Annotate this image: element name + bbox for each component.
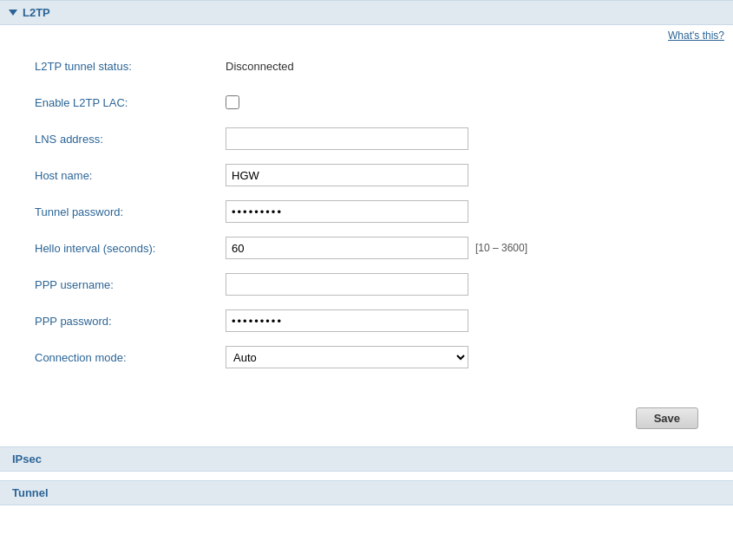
- connection-mode-label: Connection mode:: [35, 351, 226, 364]
- l2tp-section-header[interactable]: L2TP: [0, 0, 733, 25]
- tunnel-status-row: L2TP tunnel status: Disconnected: [35, 54, 698, 78]
- save-button[interactable]: Save: [636, 407, 698, 429]
- ipsec-section-title[interactable]: IPsec: [12, 453, 42, 466]
- tunnel-status-value-container: Disconnected: [226, 60, 698, 73]
- lns-address-value-container: [226, 127, 698, 150]
- ppp-password-row: PPP password:: [35, 309, 698, 333]
- ppp-password-input[interactable]: [226, 309, 468, 332]
- tunnel-password-row: Tunnel password:: [35, 199, 698, 224]
- ppp-username-label: PPP username:: [35, 278, 226, 291]
- l2tp-form-area: L2TP tunnel status: Disconnected Enable …: [0, 45, 733, 399]
- tunnel-password-value-container: [226, 200, 698, 223]
- ppp-username-input[interactable]: [226, 273, 468, 296]
- host-name-value-container: [226, 164, 698, 186]
- ppp-username-value-container: [226, 273, 698, 296]
- whats-this-link[interactable]: What's this?: [668, 29, 724, 42]
- enable-lac-label: Enable L2TP LAC:: [35, 96, 226, 109]
- ipsec-section-header[interactable]: IPsec: [0, 446, 733, 472]
- hello-interval-input[interactable]: [226, 237, 468, 259]
- ppp-password-value-container: [226, 309, 698, 332]
- enable-lac-value-container: [226, 95, 698, 109]
- hello-interval-row: Hello interval (seconds): [10 – 3600]: [35, 236, 698, 260]
- page-wrapper: L2TP What's this? L2TP tunnel status: Di…: [0, 0, 733, 560]
- connection-mode-select[interactable]: Auto Manual Always On: [226, 346, 468, 368]
- tunnel-password-input[interactable]: [226, 200, 468, 223]
- lns-address-label: LNS address:: [35, 133, 226, 146]
- tunnel-status-label: L2TP tunnel status:: [35, 60, 226, 73]
- whats-this-row: What's this?: [0, 25, 733, 45]
- l2tp-collapse-icon: [9, 10, 17, 16]
- host-name-row: Host name:: [35, 163, 698, 187]
- save-row: Save: [0, 399, 733, 438]
- enable-lac-checkbox[interactable]: [226, 95, 239, 109]
- hello-interval-value-container: [10 – 3600]: [226, 237, 698, 259]
- host-name-input[interactable]: [226, 164, 468, 186]
- connection-mode-value-container: Auto Manual Always On: [226, 346, 698, 368]
- tunnel-status-value: Disconnected: [226, 60, 294, 73]
- tunnel-section-header[interactable]: Tunnel: [0, 480, 733, 505]
- tunnel-password-label: Tunnel password:: [35, 205, 226, 218]
- connection-mode-row: Connection mode: Auto Manual Always On: [35, 345, 698, 369]
- lns-address-row: LNS address:: [35, 127, 698, 151]
- hello-interval-label: Hello interval (seconds):: [35, 242, 226, 255]
- lns-address-input[interactable]: [226, 127, 468, 150]
- tunnel-section-title[interactable]: Tunnel: [12, 486, 49, 499]
- enable-lac-row: Enable L2TP LAC:: [35, 90, 698, 114]
- hello-interval-range: [10 – 3600]: [475, 242, 527, 254]
- l2tp-section-title[interactable]: L2TP: [23, 6, 50, 19]
- ppp-username-row: PPP username:: [35, 272, 698, 296]
- ppp-password-label: PPP password:: [35, 315, 226, 328]
- host-name-label: Host name:: [35, 169, 226, 182]
